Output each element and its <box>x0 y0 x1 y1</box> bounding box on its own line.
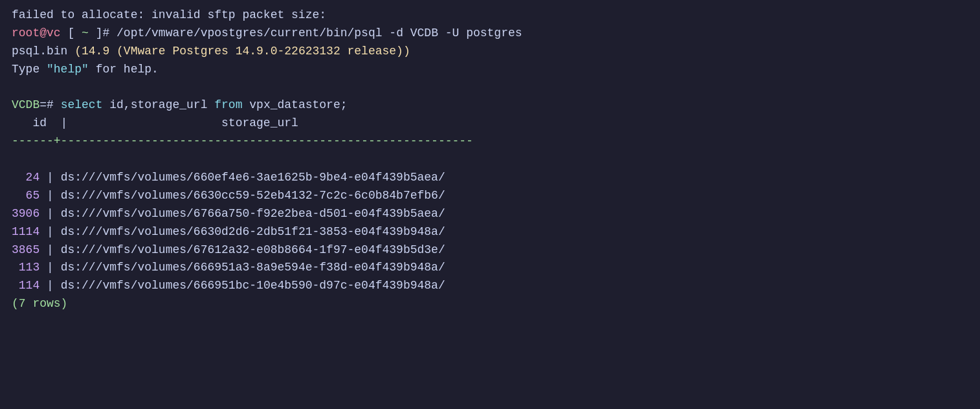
help-line: Type "help" for help. <box>12 61 968 79</box>
table-row-3: 3906 | ds:///vmfs/volumes/6766a750-f92e2… <box>12 205 968 223</box>
psql-version-line: psql.bin (14.9 (VMware Postgres 14.9.0-2… <box>12 43 968 61</box>
row-pipe-5: | <box>39 243 60 256</box>
row-pipe-6: | <box>39 261 60 274</box>
row-id-1: 24 <box>12 171 39 184</box>
row-pipe-7: | <box>39 279 60 292</box>
psql-bin: psql.bin <box>12 45 74 58</box>
for-help-text: for help. <box>89 63 159 76</box>
type-text: Type <box>12 63 47 76</box>
prompt-bracket-open: [ <box>61 27 82 39</box>
table-separator: ------+---------------------------------… <box>12 133 968 151</box>
table-row-6: 113 | ds:///vmfs/volumes/666951a3-8a9e59… <box>12 259 968 277</box>
prompt-dir: ~ <box>82 27 89 39</box>
row-pipe-1: | <box>39 171 60 184</box>
sql-query-line: VCDB=# select id,storage_url from vpx_da… <box>12 96 968 115</box>
header-id: id | storage_url <box>12 116 459 129</box>
blank-line-1 <box>12 79 968 97</box>
table-row-1: 24 | ds:///vmfs/volumes/660ef4e6-3ae1625… <box>12 169 968 187</box>
row-url-3: ds:///vmfs/volumes/6766a750-f92e2bea-d50… <box>61 207 445 220</box>
row-pipe-3: | <box>39 207 60 220</box>
table-row-4: 1114 | ds:///vmfs/volumes/6630d2d6-2db51… <box>12 223 968 241</box>
help-word: "help" <box>47 63 89 76</box>
row-url-1: ds:///vmfs/volumes/660ef4e6-3ae1625b-9be… <box>61 171 445 184</box>
row-url-2: ds:///vmfs/volumes/6630cc59-52eb4132-7c2… <box>61 189 445 202</box>
terminal: failed to allocate: invalid sftp packet … <box>12 6 968 313</box>
row-id-7: 114 <box>12 279 39 292</box>
table-name: vpx_datastore; <box>242 98 347 111</box>
select-fields: id,storage_url <box>102 98 214 111</box>
select-keyword: select <box>61 98 103 111</box>
prompt-line: root@vc [ ~ ]# /opt/vmware/vpostgres/cur… <box>12 25 968 43</box>
blank-line-2 <box>12 151 968 169</box>
row-id-3: 3906 <box>12 207 39 220</box>
vcdb-hash: =# <box>39 98 60 111</box>
row-count-line: (7 rows) <box>12 295 968 313</box>
vcdb-prompt: VCDB <box>12 98 39 111</box>
row-id-4: 1114 <box>12 225 39 238</box>
row-url-7: ds:///vmfs/volumes/666951bc-10e4b590-d97… <box>61 279 445 292</box>
table-row-2: 65 | ds:///vmfs/volumes/6630cc59-52eb413… <box>12 187 968 205</box>
from-keyword: from <box>214 98 242 111</box>
alert-line: failed to allocate: invalid sftp packet … <box>12 6 968 25</box>
row-pipe-2: | <box>39 189 60 202</box>
prompt-command: /opt/vmware/vpostgres/current/bin/psql -… <box>117 27 522 39</box>
prompt-bracket-close: ]# <box>89 27 117 39</box>
row-id-6: 113 <box>12 261 39 274</box>
row-id-2: 65 <box>12 189 39 202</box>
row-url-6: ds:///vmfs/volumes/666951a3-8a9e594e-f38… <box>61 261 445 274</box>
row-url-4: ds:///vmfs/volumes/6630d2d6-2db51f21-385… <box>61 225 445 238</box>
row-pipe-4: | <box>39 225 60 238</box>
table-row-7: 114 | ds:///vmfs/volumes/666951bc-10e4b5… <box>12 277 968 295</box>
psql-version: (14.9 (VMware Postgres 14.9.0-22623132 r… <box>74 45 410 58</box>
table-row-5: 3865 | ds:///vmfs/volumes/67612a32-e08b8… <box>12 241 968 260</box>
username: root@vc <box>12 27 61 39</box>
row-url-5: ds:///vmfs/volumes/67612a32-e08b8664-1f9… <box>61 243 445 256</box>
row-id-5: 3865 <box>12 243 39 256</box>
table-header: id | storage_url <box>12 115 968 133</box>
